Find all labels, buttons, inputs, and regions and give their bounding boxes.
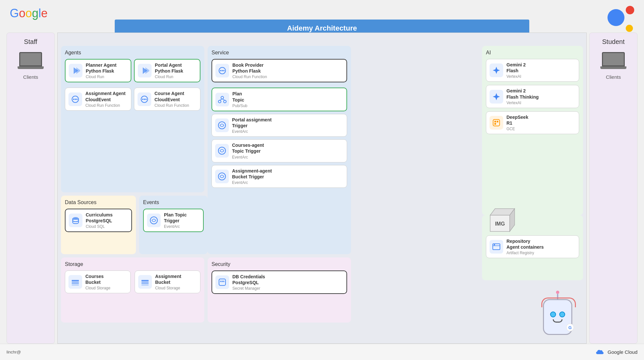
planner-agent-subtitle: Cloud Run xyxy=(86,75,127,79)
svg-point-13 xyxy=(220,70,221,71)
artifact-section: IMG RepositoryAgent containers Artifact … xyxy=(482,215,583,280)
gemini-flash-text: Gemini 2Flash VertexAI xyxy=(506,62,576,79)
plan-topic-subtitle: Pub/Sub xyxy=(232,104,343,108)
db-credentials-card: *** DB CredentialsPostgreSQL Secret Mana… xyxy=(212,270,347,294)
assignment-bucket-subtitle: Cloud Storage xyxy=(155,286,197,290)
plan-topic-trigger-subtitle: EventArc xyxy=(164,224,200,229)
agents-title: Agents xyxy=(65,50,200,56)
service-section: Service Book ProviderPython Flask Cloud … xyxy=(208,46,351,254)
assignment-trigger-title: Assignment-agentBucket Trigger xyxy=(232,168,344,180)
assignment-agent-icon xyxy=(68,92,82,106)
assignment-agent-text: Assignment AgentCloudEvent Cloud Run Fun… xyxy=(85,90,128,107)
staff-clients-label: Clients xyxy=(23,74,38,80)
svg-point-10 xyxy=(144,99,145,100)
bottom-bar: linchr@ Google Cloud xyxy=(0,344,644,360)
assignment-bucket-card: AssignmentBucket Cloud Storage xyxy=(135,270,200,293)
course-agent-icon xyxy=(138,92,151,106)
curriculums-card: CurriculumsPostgreSQL Cloud SQL xyxy=(65,209,132,232)
gemini-flash-subtitle: VertexAI xyxy=(506,74,576,79)
assignment-agent-title: Assignment AgentCloudEvent xyxy=(85,90,128,102)
svg-rect-31 xyxy=(72,280,79,282)
staff-panel: Staff Clients xyxy=(7,33,55,344)
plan-topic-text: PlanTopic Pub/Sub xyxy=(232,91,343,108)
events-title: Events xyxy=(143,200,204,205)
svg-rect-26 xyxy=(497,121,498,122)
courses-trigger-subtitle: EventArc xyxy=(232,155,344,159)
db-credentials-subtitle: Secret Manager xyxy=(232,286,343,291)
svg-point-14 xyxy=(222,70,223,71)
google-cloud-text: Google Cloud xyxy=(607,349,637,355)
svg-text:***: *** xyxy=(220,280,225,284)
circle-yellow xyxy=(626,25,633,32)
gemini-flash-card: Gemini 2Flash VertexAI xyxy=(486,59,579,82)
assignment-bucket-title: AssignmentBucket xyxy=(155,273,197,285)
db-credentials-icon: *** xyxy=(215,275,229,289)
plan-topic-trigger-icon xyxy=(147,214,161,227)
svg-point-21 xyxy=(218,122,226,129)
book-provider-subtitle: Cloud Run Function xyxy=(232,75,343,79)
svg-rect-32 xyxy=(72,282,79,284)
gemini-flash-title: Gemini 2Flash xyxy=(506,62,576,74)
svg-point-9 xyxy=(142,99,143,100)
course-agent-text: Course AgentCloudEvent Cloud Run Functio… xyxy=(154,90,197,107)
svg-point-22 xyxy=(218,147,226,154)
svg-point-16 xyxy=(221,96,224,99)
assignment-agent-card: Assignment AgentCloudEvent Cloud Run Fun… xyxy=(65,88,131,110)
svg-marker-3 xyxy=(145,67,149,74)
student-clients-label: Clients xyxy=(606,74,621,80)
planner-agent-card: Planner AgentPython Flask Cloud Run xyxy=(65,59,131,82)
repository-title: RepositoryAgent containers xyxy=(506,238,576,250)
plan-topic-trigger-title: Plan TopicTrigger xyxy=(164,212,200,224)
deepseek-icon xyxy=(490,116,503,130)
svg-point-5 xyxy=(73,99,74,100)
book-provider-icon xyxy=(215,64,229,77)
portal-trigger-text: Portal assignmentTrigger EventArc xyxy=(232,117,344,134)
db-credentials-title: DB CredentialsPostgreSQL xyxy=(232,274,343,285)
course-agent-title: Course AgentCloudEvent xyxy=(154,90,197,102)
google-logo: Google xyxy=(10,7,48,20)
assistant-icon xyxy=(607,3,634,32)
assignment-trigger-text: Assignment-agentBucket Trigger EventArc xyxy=(232,168,344,185)
portal-agent-text: Portal AgentPython Flask Cloud Run xyxy=(155,62,197,79)
gemini-thinking-title: Gemini 2Flash Thinking xyxy=(506,88,576,100)
agents-bottom-row: Assignment AgentCloudEvent Cloud Run Fun… xyxy=(65,88,200,113)
courses-bucket-subtitle: Cloud Storage xyxy=(85,286,127,290)
plan-topic-trigger-card: Plan TopicTrigger EventArc xyxy=(143,209,204,232)
book-provider-text: Book ProviderPython Flask Cloud Run Func… xyxy=(232,62,343,79)
portal-trigger-card: Portal assignmentTrigger EventArc xyxy=(212,114,347,137)
portal-agent-subtitle: Cloud Run xyxy=(155,75,197,79)
svg-point-7 xyxy=(76,99,78,100)
planner-agent-text: Planner AgentPython Flask Cloud Run xyxy=(86,62,127,79)
courses-bucket-title: CoursesBucket xyxy=(85,273,127,285)
svg-rect-35 xyxy=(141,282,149,284)
security-section: Security *** DB CredentialsPostgreSQL Se… xyxy=(208,257,351,323)
staff-label: Staff xyxy=(24,38,37,46)
datasources-section: Data Sources CurriculumsPostgreSQL Cloud… xyxy=(61,196,136,254)
staff-laptop-icon xyxy=(18,52,44,72)
db-credentials-text: DB CredentialsPostgreSQL Secret Manager xyxy=(232,274,343,291)
deepseek-subtitle: GCE xyxy=(506,127,576,131)
courses-trigger-text: Courses-agentTopic Trigger EventArc xyxy=(232,142,344,159)
service-title: Service xyxy=(212,50,347,56)
storage-title: Storage xyxy=(65,261,200,267)
img-cube: IMG xyxy=(485,205,518,235)
courses-trigger-title: Courses-agentTopic Trigger xyxy=(232,142,344,154)
svg-rect-36 xyxy=(141,284,149,285)
plan-topic-trigger-text: Plan TopicTrigger EventArc xyxy=(164,212,200,229)
svg-rect-33 xyxy=(72,284,79,285)
deepseek-card: DeepSeekR1 GCE xyxy=(486,111,579,134)
assignment-bucket-text: AssignmentBucket Cloud Storage xyxy=(155,273,197,290)
portal-agent-card: Portal AgentPython Flask Cloud Run xyxy=(134,59,200,82)
bottom-user: linchr@ xyxy=(7,350,21,354)
ai-section: AI Gemini 2Flash VertexAI Gemini 2Flash … xyxy=(482,46,583,215)
portal-trigger-title: Portal assignmentTrigger xyxy=(232,117,344,129)
svg-line-19 xyxy=(220,99,222,100)
student-label: Student xyxy=(602,38,625,46)
portal-trigger-icon xyxy=(215,118,229,132)
datasources-title: Data Sources xyxy=(65,200,132,205)
robot-figure: G xyxy=(535,284,580,342)
repository-icon xyxy=(490,240,503,254)
plan-topic-card: PlanTopic Pub/Sub xyxy=(212,88,347,111)
gemini-thinking-card: Gemini 2Flash Thinking VertexAI xyxy=(486,85,579,108)
student-laptop-icon xyxy=(600,52,626,72)
